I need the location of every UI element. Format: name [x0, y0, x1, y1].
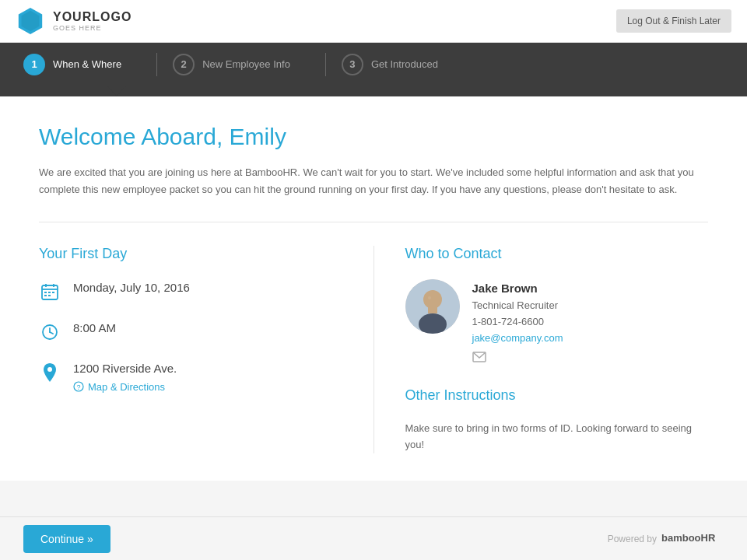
bamboohr-brand: bambooHR [661, 530, 724, 548]
nav-bar: 1 When & Where 2 New Employee Info 3 Get… [0, 43, 747, 86]
step-circle-1: 1 [23, 54, 45, 75]
section-divider [39, 222, 708, 222]
contact-avatar [405, 279, 460, 334]
continue-button[interactable]: Continue » [23, 525, 110, 553]
who-to-contact-title: Who to Contact [405, 246, 709, 262]
map-link-icon: ? [73, 381, 84, 392]
contact-email[interactable]: jake@company.com [472, 331, 563, 347]
svg-rect-10 [48, 295, 51, 296]
contact-name: Jake Brown [472, 279, 563, 298]
date-row: Monday, July 10, 2016 [39, 279, 342, 303]
step-label-3: Get Introduced [371, 58, 438, 70]
contact-row: Jake Brown Technical Recruiter 1-801-724… [405, 279, 709, 368]
time-row: 8:00 AM [39, 320, 342, 343]
logout-button[interactable]: Log Out & Finish Later [616, 9, 731, 33]
time-text: 8:00 AM [73, 320, 116, 338]
logo-text: YOURLOGO GOES HERE [53, 9, 132, 33]
nav-step-2[interactable]: 2 New Employee Info [173, 54, 310, 75]
step-label-1: When & Where [53, 58, 121, 70]
col-right: Who to Contact [374, 246, 709, 453]
svg-rect-8 [52, 292, 54, 293]
nav-pointer [0, 86, 747, 96]
logo-area: YOURLOGO GOES HERE [16, 6, 132, 36]
nav-divider-1 [156, 53, 157, 76]
map-directions-link[interactable]: ? Map & Directions [73, 381, 177, 393]
location-icon [39, 362, 61, 383]
contact-title: Technical Recruiter [472, 298, 563, 314]
svg-text:bambooHR: bambooHR [661, 532, 716, 544]
svg-rect-7 [48, 292, 51, 293]
logo-icon [16, 6, 45, 36]
address-row: 1200 Riverside Ave. ? Map & Directions [39, 360, 342, 393]
svg-rect-20 [428, 307, 437, 313]
calendar-icon [39, 281, 61, 303]
mail-icon [472, 348, 563, 369]
logo-name: YOURLOGO [53, 9, 132, 24]
step-label-2: New Employee Info [202, 58, 290, 70]
welcome-text: We are excited that you are joining us h… [39, 164, 708, 198]
nav-step-1[interactable]: 1 When & Where [23, 54, 141, 75]
bamboohr-logo-svg: bambooHR [661, 530, 724, 545]
address-text: 1200 Riverside Ave. [73, 360, 177, 378]
other-instructions-text: Make sure to bring in two forms of ID. L… [405, 421, 709, 453]
step-circle-2: 2 [173, 54, 195, 75]
powered-by: Powered by bambooHR [608, 530, 724, 548]
step-circle-3: 3 [342, 54, 363, 75]
two-column-layout: Your First Day Monda [39, 246, 708, 453]
svg-text:?: ? [76, 383, 80, 391]
powered-by-text: Powered by [608, 534, 657, 544]
date-text: Monday, July 10, 2016 [73, 279, 190, 297]
clock-icon [39, 321, 61, 343]
avatar-image [405, 279, 460, 334]
svg-rect-6 [44, 292, 47, 293]
nav-divider-2 [325, 53, 326, 76]
top-bar: YOURLOGO GOES HERE Log Out & Finish Late… [0, 0, 747, 43]
svg-point-21 [428, 296, 431, 299]
address-block: 1200 Riverside Ave. ? Map & Directions [73, 360, 177, 393]
svg-point-14 [47, 367, 52, 372]
svg-line-13 [50, 332, 53, 334]
svg-rect-9 [44, 295, 47, 296]
footer: Continue » Powered by bambooHR [0, 516, 747, 560]
col-left: Your First Day Monda [39, 246, 374, 453]
first-day-title: Your First Day [39, 246, 342, 262]
logo-tagline: GOES HERE [53, 24, 132, 33]
other-instructions-title: Other Instructions [405, 387, 709, 404]
nav-step-3[interactable]: 3 Get Introduced [342, 54, 458, 75]
contact-details: Jake Brown Technical Recruiter 1-801-724… [472, 279, 563, 368]
svg-point-18 [423, 290, 442, 309]
main-content: Welcome Aboard, Emily We are excited tha… [0, 96, 747, 481]
map-link-text: Map & Directions [88, 381, 165, 393]
welcome-title: Welcome Aboard, Emily [39, 124, 708, 150]
contact-phone: 1-801-724-6600 [472, 314, 563, 331]
